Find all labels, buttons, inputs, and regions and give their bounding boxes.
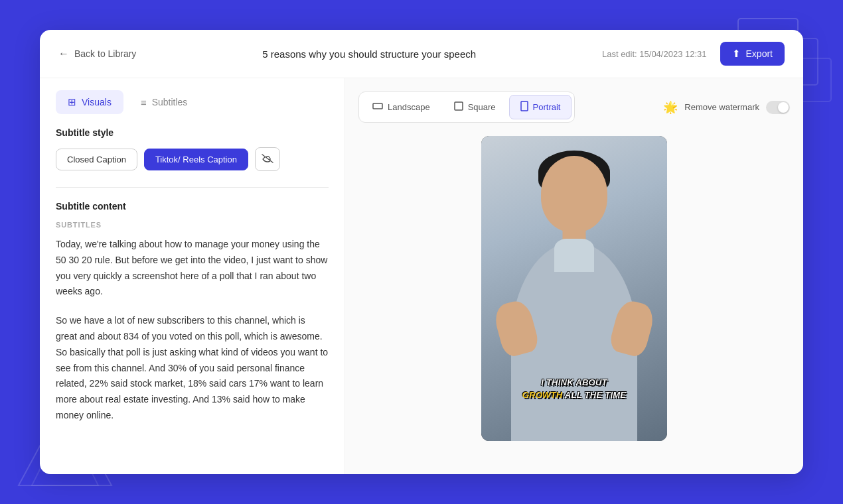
watermark-label: Remove watermark bbox=[684, 102, 759, 112]
subtitle-style-buttons: Closed Caption Tiktok/ Reels Caption bbox=[56, 147, 329, 171]
body: ⊞ Visuals ≡ Subtitles Subtitle style Clo… bbox=[40, 78, 803, 474]
tab-bar: ⊞ Visuals ≡ Subtitles bbox=[40, 78, 345, 114]
closed-caption-label: Closed Caption bbox=[67, 155, 126, 164]
back-label: Back to Library bbox=[74, 48, 136, 59]
landscape-icon bbox=[372, 102, 383, 112]
subtitle-content-section: Subtitle content SUBTITLES Today, we're … bbox=[56, 187, 329, 424]
svg-rect-6 bbox=[455, 102, 463, 110]
main-card: ← Back to Library 5 reasons why you shou… bbox=[40, 30, 803, 474]
closed-caption-button[interactable]: Closed Caption bbox=[56, 149, 137, 170]
caption-line2: GROWTH ALL THE TIME bbox=[522, 390, 627, 400]
sidebar: ⊞ Visuals ≡ Subtitles Subtitle style Clo… bbox=[40, 78, 345, 474]
hide-subtitle-button[interactable] bbox=[255, 147, 280, 171]
tab-visuals-label: Visuals bbox=[82, 97, 112, 107]
caption-line2-rest: ALL THE TIME bbox=[562, 390, 626, 400]
sun-icon: 🌟 bbox=[663, 100, 678, 115]
tab-subtitles-label: Subtitles bbox=[152, 97, 188, 107]
caption-line1: I THINK ABOUT bbox=[495, 377, 654, 389]
header: ← Back to Library 5 reasons why you shou… bbox=[40, 30, 803, 78]
watermark-toggle[interactable] bbox=[766, 101, 790, 114]
portrait-icon bbox=[520, 101, 528, 113]
caption-overlay: I THINK ABOUT GROWTH ALL THE TIME bbox=[495, 377, 654, 401]
square-icon bbox=[454, 101, 463, 113]
landscape-label: Landscape bbox=[388, 102, 430, 112]
right-panel: Landscape Square Portrait bbox=[345, 78, 803, 474]
orientation-bar: Landscape Square Portrait bbox=[358, 92, 790, 123]
export-label: Export bbox=[746, 48, 773, 59]
subtitle-content-title: Subtitle content bbox=[56, 201, 329, 212]
square-label: Square bbox=[468, 102, 496, 112]
header-right: Last edit: 15/04/2023 12:31 ⬆ Export bbox=[602, 42, 785, 66]
tiktok-caption-button[interactable]: Tiktok/ Reels Caption bbox=[144, 149, 248, 170]
landscape-button[interactable]: Landscape bbox=[362, 95, 441, 119]
caption-highlight-word: GROWTH bbox=[522, 390, 563, 400]
export-button[interactable]: ⬆ Export bbox=[720, 42, 785, 66]
person-face bbox=[541, 156, 607, 232]
subtitle-text-area: Today, we're talking about how to manage… bbox=[56, 237, 329, 424]
subtitles-section-label: SUBTITLES bbox=[56, 221, 329, 229]
tiktok-caption-label: Tiktok/ Reels Caption bbox=[155, 155, 237, 164]
sidebar-content: Subtitle style Closed Caption Tiktok/ Re… bbox=[40, 114, 345, 474]
tab-visuals[interactable]: ⊞ Visuals bbox=[56, 90, 123, 114]
lines-icon: ≡ bbox=[141, 97, 147, 108]
tab-subtitles[interactable]: ≡ Subtitles bbox=[129, 90, 199, 114]
watermark-area: 🌟 Remove watermark bbox=[663, 100, 790, 115]
subtitle-paragraph-1: Today, we're talking about how to manage… bbox=[56, 237, 329, 300]
back-to-library-button[interactable]: ← Back to Library bbox=[58, 48, 136, 60]
eye-slash-icon bbox=[262, 153, 273, 166]
export-upload-icon: ⬆ bbox=[732, 48, 741, 60]
last-edit-text: Last edit: 15/04/2023 12:31 bbox=[602, 49, 707, 59]
page-title: 5 reasons why you should structure your … bbox=[136, 48, 602, 60]
square-button[interactable]: Square bbox=[443, 95, 506, 119]
subtitle-style-title: Subtitle style bbox=[56, 127, 329, 138]
grid-icon: ⊞ bbox=[68, 96, 76, 108]
svg-rect-5 bbox=[373, 103, 382, 109]
video-preview: I THINK ABOUT GROWTH ALL THE TIME bbox=[481, 136, 667, 441]
person-collar bbox=[554, 239, 594, 272]
svg-rect-7 bbox=[521, 101, 528, 111]
orientation-buttons: Landscape Square Portrait bbox=[358, 92, 575, 123]
portrait-label: Portrait bbox=[533, 102, 561, 112]
back-arrow-icon: ← bbox=[58, 48, 69, 60]
portrait-button[interactable]: Portrait bbox=[509, 95, 572, 119]
subtitle-paragraph-2: So we have a lot of new subscribers to t… bbox=[56, 313, 329, 424]
